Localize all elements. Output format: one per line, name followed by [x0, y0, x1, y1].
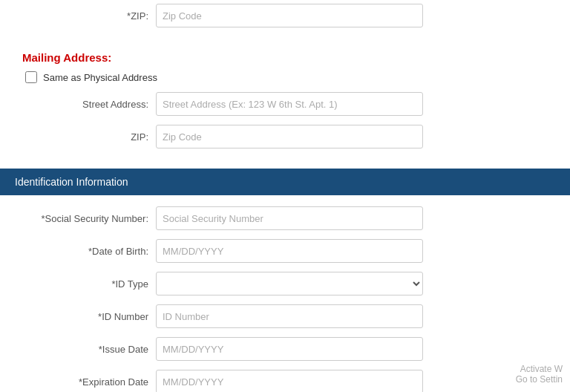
id-type-label: *ID Type: [22, 278, 156, 290]
top-zip-input[interactable]: [156, 4, 423, 27]
id-number-row: *ID Number: [22, 304, 548, 328]
top-zip-row: *ZIP:: [22, 4, 548, 27]
mailing-street-input[interactable]: [156, 92, 423, 116]
same-as-physical-label: Same as Physical Address: [43, 72, 157, 83]
dob-label: *Date of Birth:: [22, 246, 156, 257]
expiration-date-label: *Expiration Date: [22, 376, 156, 388]
identification-section: *Social Security Number: *Date of Birth:…: [0, 195, 570, 392]
dob-row: *Date of Birth:: [22, 239, 548, 263]
id-number-label: *ID Number: [22, 311, 156, 322]
dob-input[interactable]: [156, 239, 423, 263]
issue-date-label: *Issue Date: [22, 344, 156, 355]
mailing-zip-row: ZIP:: [22, 125, 548, 148]
identification-section-header: Identification Information: [0, 169, 570, 195]
ssn-row: *Social Security Number:: [22, 206, 548, 230]
id-number-input[interactable]: [156, 304, 423, 328]
issue-date-input[interactable]: [156, 337, 423, 361]
mailing-address-section: Mailing Address: Same as Physical Addres…: [0, 44, 570, 169]
top-zip-label-text: *ZIP:: [127, 10, 148, 22]
page-container: *ZIP: Mailing Address: Same as Physical …: [0, 0, 570, 392]
top-zip-section: *ZIP:: [0, 0, 570, 44]
mailing-address-title: Mailing Address:: [22, 51, 548, 64]
id-type-select[interactable]: [156, 272, 423, 295]
mailing-street-label: Street Address:: [22, 99, 156, 110]
same-as-physical-checkbox[interactable]: [25, 71, 37, 83]
expiration-date-input[interactable]: [156, 370, 423, 392]
top-zip-label: *ZIP:: [22, 10, 156, 22]
ssn-input[interactable]: [156, 206, 423, 230]
ssn-label: *Social Security Number:: [22, 213, 156, 224]
same-as-physical-row: Same as Physical Address: [22, 71, 548, 83]
mailing-zip-label: ZIP:: [22, 131, 156, 143]
expiration-date-row: *Expiration Date: [22, 370, 548, 392]
id-type-row: *ID Type: [22, 272, 548, 295]
mailing-street-row: Street Address:: [22, 92, 548, 116]
issue-date-row: *Issue Date: [22, 337, 548, 361]
mailing-zip-input[interactable]: [156, 125, 423, 148]
